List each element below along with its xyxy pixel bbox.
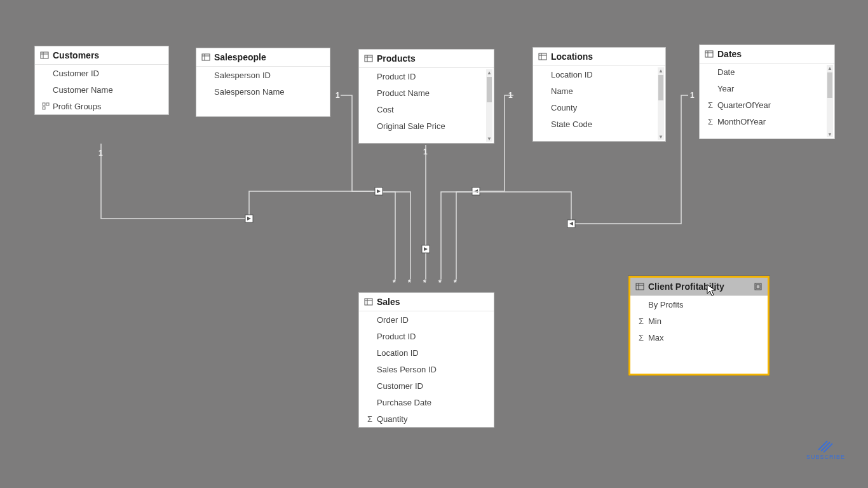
scrollbar[interactable]: ▲ ▼ <box>827 65 833 137</box>
table-title: Salespeople <box>214 52 266 62</box>
field-salesperson-name[interactable]: Salesperson Name <box>196 83 330 100</box>
field-list: Salesperson ID Salesperson Name <box>196 67 330 116</box>
cardinality-one: 1 <box>336 91 340 100</box>
sigma-icon: Σ <box>706 100 715 109</box>
table-customers[interactable]: Customers Customer ID Customer Name Prof… <box>34 46 169 115</box>
field-quarter-of-year[interactable]: Σ QuarterOfYear <box>700 97 834 113</box>
scrollbar-thumb[interactable] <box>487 77 492 102</box>
table-icon <box>635 282 644 291</box>
field-profit-groups[interactable]: Profit Groups <box>35 98 168 114</box>
table-locations[interactable]: Locations Location ID Name County State … <box>532 47 666 142</box>
field-month-of-year[interactable]: Σ MonthOfYear <box>700 113 834 130</box>
table-client-profitability[interactable]: Client Profitability By Profits Σ Min Σ … <box>628 276 770 376</box>
cardinality-many: * <box>423 278 426 287</box>
table-header[interactable]: Sales <box>359 293 494 311</box>
svg-rect-14 <box>365 55 372 62</box>
field-product-id[interactable]: Product ID <box>359 68 494 85</box>
field-year[interactable]: Year <box>700 80 834 97</box>
table-header[interactable]: Locations <box>533 48 665 66</box>
scroll-down-icon[interactable]: ▼ <box>658 133 664 140</box>
svg-rect-5 <box>41 52 48 58</box>
scroll-up-icon[interactable]: ▲ <box>827 65 833 71</box>
field-list: Location ID Name County State Code ▲ ▼ <box>533 66 665 141</box>
expand-icon[interactable] <box>754 282 763 291</box>
table-title: Sales <box>377 297 400 307</box>
field-salesperson-id[interactable]: Salesperson ID <box>196 67 330 83</box>
svg-rect-10 <box>43 107 45 109</box>
scroll-down-icon[interactable]: ▼ <box>486 135 492 142</box>
scrollbar[interactable]: ▲ ▼ <box>658 67 664 140</box>
svg-rect-0 <box>245 215 253 222</box>
svg-rect-3 <box>472 187 480 195</box>
field-list: By Profits Σ Min Σ Max <box>630 296 768 374</box>
table-icon <box>705 50 714 58</box>
table-products[interactable]: Products Product ID Product Name Cost Or… <box>358 49 494 144</box>
table-header[interactable]: Dates <box>700 45 834 64</box>
svg-rect-20 <box>705 51 713 57</box>
svg-rect-30 <box>756 285 760 288</box>
scroll-up-icon[interactable]: ▲ <box>658 67 664 74</box>
table-salespeople[interactable]: Salespeople Salesperson ID Salesperson N… <box>196 48 330 117</box>
table-icon <box>40 51 49 60</box>
model-canvas[interactable]: Customers Customer ID Customer Name Prof… <box>0 0 868 488</box>
svg-rect-11 <box>202 54 210 60</box>
table-header[interactable]: Salespeople <box>196 48 330 67</box>
subscribe-watermark: SUBSCRIBE <box>806 438 845 460</box>
field-min[interactable]: Σ Min <box>630 313 768 329</box>
scrollbar-thumb[interactable] <box>658 75 663 100</box>
table-header[interactable]: Client Profitability <box>630 278 768 296</box>
field-sales-person-id[interactable]: Sales Person ID <box>359 361 494 377</box>
field-original-sale-price[interactable]: Original Sale Price <box>359 118 494 134</box>
table-sales[interactable]: Sales Order ID Product ID Location ID Sa… <box>358 292 494 428</box>
cardinality-one: 1 <box>423 147 428 156</box>
field-by-profits[interactable]: By Profits <box>630 296 768 313</box>
field-list: Customer ID Customer Name Profit Groups <box>35 65 168 114</box>
table-title: Customers <box>53 50 99 60</box>
field-date[interactable]: Date <box>700 64 834 80</box>
cardinality-one: 1 <box>690 91 695 100</box>
field-state-code[interactable]: State Code <box>533 116 665 132</box>
field-quantity[interactable]: Σ Quantity <box>359 410 494 427</box>
table-title: Client Profitability <box>648 281 724 292</box>
svg-rect-17 <box>539 53 546 60</box>
scrollbar[interactable]: ▲ ▼ <box>486 69 492 142</box>
table-header[interactable]: Customers <box>35 46 168 65</box>
field-customer-id[interactable]: Customer ID <box>359 377 494 394</box>
svg-rect-26 <box>636 283 644 290</box>
cardinality-one: 1 <box>98 149 103 158</box>
table-icon <box>538 52 547 61</box>
table-title: Products <box>377 53 416 64</box>
field-product-id[interactable]: Product ID <box>359 328 494 344</box>
field-name[interactable]: Name <box>533 83 665 99</box>
field-county[interactable]: County <box>533 99 665 116</box>
field-customer-name[interactable]: Customer Name <box>35 81 168 98</box>
table-dates[interactable]: Dates Date Year Σ QuarterOfYear Σ MonthO… <box>699 44 835 139</box>
table-icon <box>201 53 210 62</box>
field-max[interactable]: Σ Max <box>630 329 768 346</box>
cardinality-many: * <box>393 278 396 287</box>
table-icon <box>364 297 373 306</box>
field-product-name[interactable]: Product Name <box>359 85 494 101</box>
svg-rect-4 <box>567 220 575 227</box>
scroll-up-icon[interactable]: ▲ <box>486 69 492 76</box>
field-customer-id[interactable]: Customer ID <box>35 65 168 81</box>
subscribe-label: SUBSCRIBE <box>806 454 845 460</box>
field-location-id[interactable]: Location ID <box>359 344 494 361</box>
cardinality-many: * <box>438 278 442 287</box>
field-location-id[interactable]: Location ID <box>533 66 665 83</box>
table-header[interactable]: Products <box>359 50 494 68</box>
scrollbar-thumb[interactable] <box>827 72 832 98</box>
cardinality-one: 1 <box>508 91 513 100</box>
field-cost[interactable]: Cost <box>359 101 494 118</box>
sigma-icon: Σ <box>706 117 715 126</box>
field-list: Order ID Product ID Location ID Sales Pe… <box>359 311 494 427</box>
scroll-down-icon[interactable]: ▼ <box>827 131 833 137</box>
svg-rect-2 <box>422 245 430 253</box>
field-purchase-date[interactable]: Purchase Date <box>359 394 494 410</box>
field-list: Product ID Product Name Cost Original Sa… <box>359 68 494 143</box>
field-order-id[interactable]: Order ID <box>359 311 494 328</box>
table-title: Dates <box>717 49 742 59</box>
group-icon <box>41 102 50 111</box>
table-title: Locations <box>551 51 593 62</box>
subscribe-icon <box>816 438 835 452</box>
